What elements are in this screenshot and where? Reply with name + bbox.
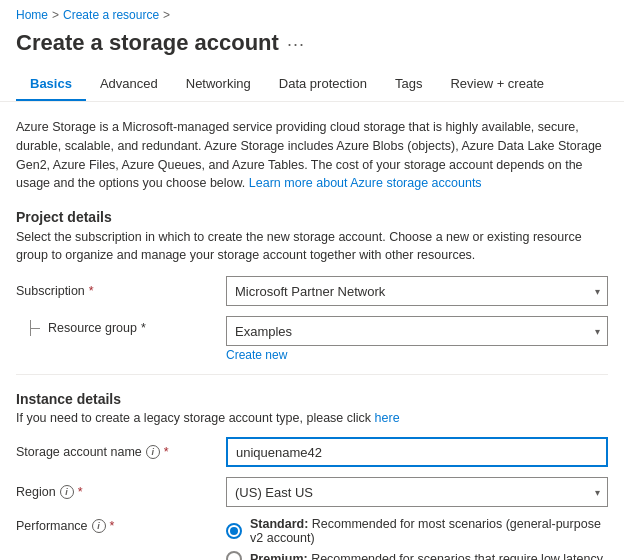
project-details-title: Project details — [16, 209, 608, 225]
storage-name-row: Storage account name i * — [16, 437, 608, 467]
storage-name-input[interactable] — [226, 437, 608, 467]
performance-standard-option[interactable]: Standard: Recommended for most scenarios… — [226, 517, 608, 545]
page-title: Create a storage account — [16, 30, 279, 56]
learn-more-link[interactable]: Learn more about Azure storage accounts — [249, 176, 482, 190]
resource-group-row: Resource group * Examples ▾ Create new — [16, 316, 608, 362]
region-info-icon[interactable]: i — [60, 485, 74, 499]
tab-review-create[interactable]: Review + create — [436, 68, 558, 101]
project-details-desc: Select the subscription in which to crea… — [16, 229, 608, 264]
tab-data-protection[interactable]: Data protection — [265, 68, 381, 101]
region-select[interactable]: (US) East US — [226, 477, 608, 507]
storage-name-info-icon[interactable]: i — [146, 445, 160, 459]
performance-premium-option[interactable]: Premium: Recommended for scenarios that … — [226, 551, 608, 560]
subscription-row: Subscription * Microsoft Partner Network… — [16, 276, 608, 306]
breadcrumb-create-resource[interactable]: Create a resource — [63, 8, 159, 22]
region-row: Region i * (US) East US ▾ — [16, 477, 608, 507]
page-header: Create a storage account ··· — [0, 26, 624, 68]
tab-networking[interactable]: Networking — [172, 68, 265, 101]
main-content: Azure Storage is a Microsoft-managed ser… — [0, 102, 624, 560]
legacy-link[interactable]: here — [375, 411, 400, 425]
standard-radio-circle[interactable] — [226, 523, 242, 539]
page-options-dots[interactable]: ··· — [287, 34, 305, 55]
subscription-select[interactable]: Microsoft Partner Network — [226, 276, 608, 306]
region-select-wrapper: (US) East US ▾ — [226, 477, 608, 507]
performance-row: Performance i * Standard: Recommended fo… — [16, 517, 608, 560]
performance-label: Performance i * — [16, 517, 226, 533]
storage-name-control — [226, 437, 608, 467]
resource-group-label-block: Resource group * — [16, 316, 226, 336]
resource-group-select[interactable]: Examples — [226, 316, 608, 346]
tab-tags[interactable]: Tags — [381, 68, 436, 101]
performance-radio-group: Standard: Recommended for most scenarios… — [226, 517, 608, 560]
performance-required: * — [110, 519, 115, 533]
tab-advanced[interactable]: Advanced — [86, 68, 172, 101]
tab-bar: Basics Advanced Networking Data protecti… — [0, 68, 624, 102]
instance-details-title: Instance details — [16, 391, 608, 407]
tab-basics[interactable]: Basics — [16, 68, 86, 101]
region-required: * — [78, 485, 83, 499]
resource-group-select-wrapper: Examples ▾ — [226, 316, 608, 346]
premium-label: Premium: Recommended for scenarios that … — [250, 552, 605, 560]
subscription-required: * — [89, 284, 94, 298]
instance-details-desc: If you need to create a legacy storage a… — [16, 411, 608, 425]
region-control: (US) East US ▾ — [226, 477, 608, 507]
resource-group-control: Examples ▾ Create new — [226, 316, 608, 362]
subscription-label: Subscription * — [16, 284, 226, 298]
breadcrumb-sep1: > — [52, 8, 59, 22]
region-label: Region i * — [16, 485, 226, 499]
section-divider — [16, 374, 608, 375]
storage-name-label: Storage account name i * — [16, 445, 226, 459]
resource-group-label: Resource group * — [16, 316, 146, 336]
standard-label: Standard: Recommended for most scenarios… — [250, 517, 608, 545]
storage-name-required: * — [164, 445, 169, 459]
breadcrumb: Home > Create a resource > — [0, 0, 624, 26]
create-new-link[interactable]: Create new — [226, 348, 287, 362]
breadcrumb-home[interactable]: Home — [16, 8, 48, 22]
subscription-control: Microsoft Partner Network ▾ — [226, 276, 608, 306]
performance-info-icon[interactable]: i — [92, 519, 106, 533]
premium-radio-circle[interactable] — [226, 551, 242, 560]
breadcrumb-sep2: > — [163, 8, 170, 22]
rg-required: * — [141, 321, 146, 335]
performance-options: Standard: Recommended for most scenarios… — [226, 517, 608, 560]
intro-description: Azure Storage is a Microsoft-managed ser… — [16, 118, 608, 193]
subscription-select-wrapper: Microsoft Partner Network ▾ — [226, 276, 608, 306]
